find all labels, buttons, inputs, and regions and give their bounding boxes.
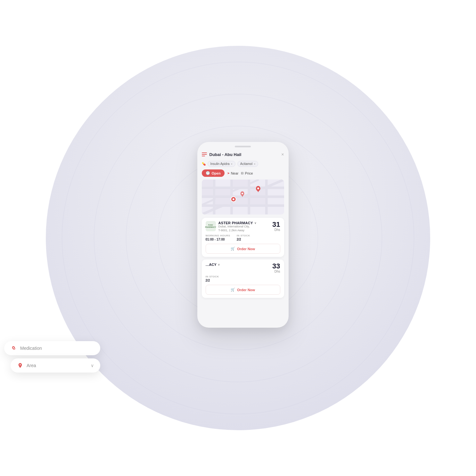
area-search-card[interactable]: Area ∨ [11, 358, 100, 373]
navigation-icon: ➤ [227, 171, 230, 175]
pharmacy-chevron-2[interactable]: ∨ [218, 263, 220, 266]
order-btn-text-1: Order Now [237, 247, 255, 251]
search-tags-row: 💊 Insulin Apidra × Acitamol × [202, 160, 284, 169]
meta-stock-2: IN STOCK 2/2 [206, 275, 219, 282]
svg-rect-17 [202, 180, 213, 187]
hamburger-line-1 [202, 152, 207, 153]
map-area[interactable] [202, 179, 284, 215]
tag-insulin-label: Insulin Apidra [210, 162, 230, 166]
phone-content: Dubai - Abu Hail × 💊 Insulin Apidra × Ac… [197, 147, 289, 324]
pharmacy-details-1: ASTER PHARMACY ∨ Dubai, International Ci… [218, 221, 257, 232]
order-btn-text-2: Order Now [237, 288, 255, 292]
meta-value-hours: 01:00 - 17:00 [206, 238, 230, 241]
background-circle: Dubai - Abu Hail × 💊 Insulin Apidra × Ac… [46, 46, 430, 430]
price-badge-1: 31 Dhs [272, 221, 280, 232]
clock-icon: 🕐 [206, 171, 210, 175]
pharmacy-logo-text-1: Aster PHARMACY [205, 224, 216, 228]
phone-mockup: Dubai - Abu Hail × 💊 Insulin Apidra × Ac… [197, 142, 289, 328]
price-value-1: 31 [272, 221, 280, 228]
phone-header: Dubai - Abu Hail × [202, 150, 284, 160]
meta-label-hours: WORKING HOURS [206, 234, 230, 237]
svg-rect-11 [215, 189, 230, 195]
partial-title-row: …ACY ∨ [206, 263, 220, 267]
svg-point-20 [232, 198, 234, 200]
filter-price-label: Price [245, 171, 253, 175]
close-icon[interactable]: × [281, 152, 284, 157]
pharmacy-name-row-1: ASTER PHARMACY ∨ [218, 221, 257, 225]
tag-acitamol[interactable]: Acitamol × [237, 161, 259, 167]
svg-point-22 [257, 187, 259, 189]
svg-rect-16 [250, 198, 265, 204]
filter-row: 🕐 Open ➤ Near ⊟ Price [202, 169, 284, 179]
price-badge-2: 33 Dhs [272, 263, 280, 273]
tag-insulin[interactable]: Insulin Apidra × [208, 161, 235, 167]
price-currency-2: Dhs [272, 270, 280, 273]
pharmacy-card-2-header: …ACY ∨ 33 Dhs [206, 263, 280, 273]
hamburger-line-3 [202, 156, 205, 156]
filter-open-button[interactable]: 🕐 Open [202, 169, 225, 177]
svg-rect-18 [202, 189, 213, 195]
map-svg [202, 179, 284, 215]
pharmacy-meta-2: IN STOCK 2/2 [206, 275, 280, 282]
pharmacy-chevron-1[interactable]: ∨ [254, 221, 257, 225]
pharmacy-name-2-partial: …ACY [206, 263, 217, 267]
meta-value-stock-2: 2/2 [206, 279, 219, 282]
filter-near-label: Near [231, 171, 239, 175]
filter-price-button[interactable]: ⊟ Price [241, 171, 253, 175]
pill-icon [11, 345, 17, 351]
location-icon [17, 362, 23, 369]
pharmacy-card-1: Aster PHARMACY ASTER PHARMACY ∨ Dubai, I… [202, 218, 284, 257]
area-search-text: Area [27, 363, 87, 368]
svg-rect-8 [265, 180, 267, 215]
medication-search-card[interactable]: Medication [4, 341, 100, 355]
medication-search-text: Medication [20, 346, 94, 351]
chevron-down-icon: ∨ [91, 363, 94, 368]
hamburger-icon[interactable] [202, 152, 207, 156]
pharmacy-name-1: ASTER PHARMACY [218, 221, 253, 225]
svg-rect-13 [215, 198, 230, 204]
svg-point-25 [242, 193, 243, 194]
filter-open-label: Open [212, 171, 221, 175]
filter-near-button[interactable]: ➤ Near [227, 171, 239, 175]
header-location: Dubai - Abu Hail [209, 152, 242, 157]
pharmacy-address-1: Dubai, International City,T-9001, 2.2km … [218, 225, 257, 232]
hamburger-line-2 [202, 154, 207, 155]
cart-icon-1: 🛒 [231, 247, 235, 251]
pharmacy-logo-1: Aster PHARMACY [206, 221, 216, 231]
meta-label-stock: IN STOCK [237, 234, 250, 237]
meta-stock: IN STOCK 2/2 [237, 234, 250, 241]
order-button-1[interactable]: 🛒 Order Now [206, 244, 280, 254]
svg-rect-12 [233, 180, 247, 187]
cart-icon-2: 🛒 [231, 288, 235, 292]
order-button-2[interactable]: 🛒 Order Now [206, 285, 280, 295]
meta-label-stock-2: IN STOCK [206, 275, 219, 278]
tag-insulin-close[interactable]: × [231, 162, 233, 166]
price-currency-1: Dhs [272, 228, 280, 232]
price-value-2: 33 [272, 263, 280, 270]
tag-acitamol-label: Acitamol [240, 162, 252, 166]
pharmacy-card-1-header: Aster PHARMACY ASTER PHARMACY ∨ Dubai, I… [206, 221, 280, 232]
floating-search-cards: Medication Area ∨ [4, 341, 100, 373]
tag-medication-icon: 💊 [202, 162, 206, 166]
header-left: Dubai - Abu Hail [202, 152, 242, 157]
tag-acitamol-close[interactable]: × [254, 162, 255, 166]
pharmacy-meta-1: WORKING HOURS 01:00 - 17:00 IN STOCK 2/2 [206, 234, 280, 241]
pharmacy-info-1: Aster PHARMACY ASTER PHARMACY ∨ Dubai, I… [206, 221, 257, 232]
sliders-icon: ⊟ [241, 171, 243, 175]
meta-value-stock: 2/2 [237, 238, 250, 241]
meta-working-hours: WORKING HOURS 01:00 - 17:00 [206, 234, 230, 241]
pharmacy-card-2: …ACY ∨ 33 Dhs IN STOCK 2/2 🛒 [202, 259, 284, 298]
